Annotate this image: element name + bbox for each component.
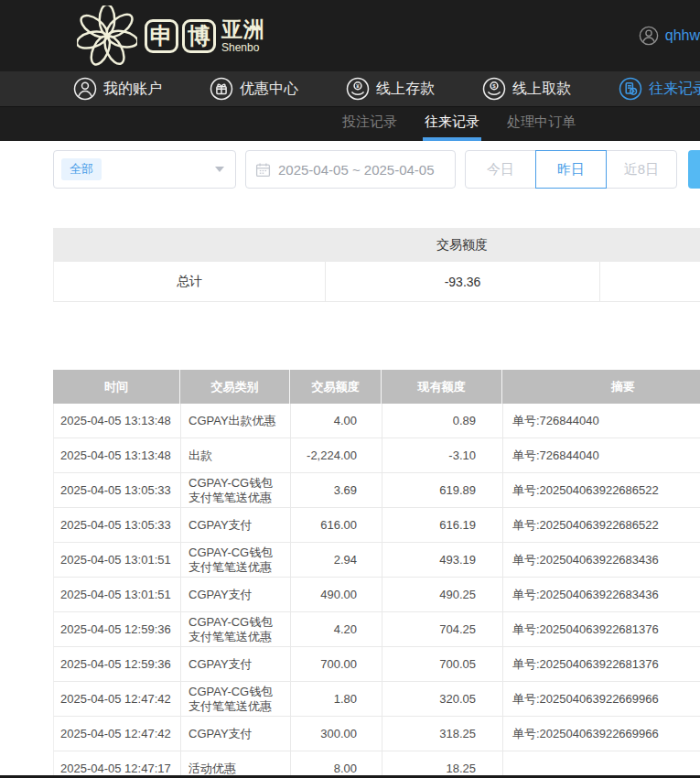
table-row: 2025-04-05 12:47:42 CGPAY支付 300.00 318.2… [53,717,700,751]
summary-total-value: -93.36 [326,262,600,301]
tab-label: 投注记录 [342,113,397,131]
nav-item-withdraw[interactable]: $ 线上取款 [482,77,571,101]
cell-balance: -3.10 [382,438,503,472]
cell-time: 2025-04-05 12:47:42 [54,717,181,751]
cell-memo: 单号:202504063922683436 [503,543,700,577]
cell-amount: 8.00 [291,751,382,778]
table-row: 2025-04-05 13:13:48 出款 -2,224.00 -3.10 单… [53,438,700,473]
cell-amount: 700.00 [291,647,382,681]
summary-table: 交易额度 总计 -93.36 [53,228,700,302]
col-header-time: 时间 [53,370,180,404]
account-icon [73,77,97,101]
cell-type: 活动优惠 [181,751,291,778]
cell-memo: 单号:202504063922681376 [503,647,700,681]
tab-label: 往来记录 [425,113,479,131]
summary-header-row: 交易额度 [53,228,700,262]
cell-type: CGPAY支付 [181,717,291,751]
withdraw-icon: $ [482,77,506,101]
today-button[interactable]: 今日 [465,150,536,189]
nav-item-transaction-records[interactable]: 往来记录 [619,77,700,101]
yesterday-button[interactable]: 昨日 [535,150,607,189]
nav-item-deposit[interactable]: ¥ 线上存款 [346,77,435,101]
cell-time: 2025-04-05 12:59:36 [54,647,181,681]
cell-memo: 单号:202504063922681376 [503,612,700,646]
cell-type: CGPAY支付 [181,647,291,681]
cell-time: 2025-04-05 12:59:36 [54,612,181,646]
brand-logo[interactable]: 申 博 亚洲 Shenbo [77,5,265,66]
nav-item-my-account[interactable]: 我的账户 [73,77,162,101]
table-row: 2025-04-05 13:05:33 CGPAY-CG钱包支付笔笔送优惠 3.… [53,473,700,508]
cell-type: CGPAY-CG钱包支付笔笔送优惠 [181,682,291,716]
cell-time: 2025-04-05 12:47:42 [54,682,181,716]
cell-time: 2025-04-05 13:01:51 [54,578,181,611]
cell-type: CGPAY支付 [181,578,291,611]
col-header-amount: 交易额度 [290,370,382,404]
cell-memo: 单号:202504063922686522 [503,508,700,542]
table-body: 2025-04-05 13:13:48 CGPAY出款优惠 4.00 0.89 … [53,404,700,778]
cell-memo: 单号:202504063922669966 [503,717,700,751]
tab-processing-orders[interactable]: 处理中订单 [505,107,577,141]
cell-type: CGPAY-CG钱包支付笔笔送优惠 [181,543,291,577]
table-header-row: 时间 交易类别 交易额度 现有额度 摘要 [53,370,700,404]
cell-type: CGPAY-CG钱包支付笔笔送优惠 [181,612,291,646]
table-row: 2025-04-05 13:01:51 CGPAY支付 490.00 490.2… [53,578,700,612]
summary-total-row: 总计 -93.36 [53,262,700,302]
cell-type: 出款 [181,438,291,472]
tab-transaction-records[interactable]: 往来记录 [423,107,481,141]
cell-balance: 0.89 [382,404,503,438]
cell-balance: 318.25 [382,717,503,751]
nav-label: 线上取款 [512,80,571,99]
table-row: 2025-04-05 12:59:36 CGPAY-CG钱包支付笔笔送优惠 4.… [53,612,700,647]
table-row: 2025-04-05 13:01:51 CGPAY-CG钱包支付笔笔送优惠 2.… [53,543,700,578]
main-nav: 我的账户 优惠中心 ¥ 线上存款 [0,71,700,107]
filter-bar: 全部 2025-04-05 ~ 2025-04-05 今日 昨日 近8日 [53,150,700,189]
type-select[interactable]: 全部 [53,150,236,189]
last-8-days-button[interactable]: 近8日 [606,150,677,189]
tab-betting-records[interactable]: 投注记录 [340,107,399,141]
quick-date-buttons: 今日 昨日 近8日 [465,150,677,189]
brand-char-bo: 博 [182,19,216,53]
cell-amount: 4.00 [291,404,382,438]
brand-region: 亚洲 [221,19,265,40]
username[interactable]: qhhw [665,27,700,44]
nav-item-promotions[interactable]: 优惠中心 [210,77,298,101]
cell-balance: 700.05 [382,647,503,681]
deposit-icon: ¥ [346,77,370,101]
table-row: 2025-04-05 12:59:36 CGPAY支付 700.00 700.0… [53,647,700,682]
cell-amount: 490.00 [291,578,382,611]
search-button[interactable] [688,150,700,189]
cell-balance: 18.25 [382,751,503,778]
cell-memo [503,751,700,778]
calendar-icon [255,162,271,178]
date-range-value: 2025-04-05 ~ 2025-04-05 [278,162,435,178]
cell-type: CGPAY出款优惠 [181,404,291,438]
brand-text: 亚洲 Shenbo [221,19,265,53]
cell-memo: 单号:202504063922669966 [503,682,700,716]
cell-type: CGPAY-CG钱包支付笔笔送优惠 [181,473,291,507]
user-account[interactable]: qhhw [639,0,700,71]
cell-amount: 1.80 [291,682,382,716]
brand-char-shen: 申 [145,19,178,53]
cell-amount: 616.00 [291,508,382,542]
promo-icon [210,77,233,101]
cell-time: 2025-04-05 13:05:33 [54,473,181,507]
table-row: 2025-04-05 12:47:17 活动优惠 8.00 18.25 [53,751,700,778]
svg-text:¥: ¥ [356,83,360,89]
chevron-down-icon [215,167,224,172]
cell-memo: 单号:202504063922686522 [503,473,700,507]
cell-time: 2025-04-05 13:05:33 [54,508,181,542]
tab-label: 处理中订单 [507,113,576,131]
page: 申 博 亚洲 Shenbo qhhw 我的账户 [0,0,700,778]
cell-memo: 单号:726844040 [503,404,700,438]
nav-label: 优惠中心 [240,80,298,99]
svg-text:$: $ [492,83,496,89]
cell-amount: 300.00 [291,717,382,751]
cell-balance: 320.05 [382,682,503,716]
records-icon [619,77,642,101]
flower-logo-icon [77,5,137,66]
cell-time: 2025-04-05 13:13:48 [54,438,181,472]
date-range-input[interactable]: 2025-04-05 ~ 2025-04-05 [245,150,456,189]
summary-total-label: 总计 [54,262,326,301]
user-avatar-icon [639,26,659,46]
cell-balance: 704.25 [382,612,503,646]
